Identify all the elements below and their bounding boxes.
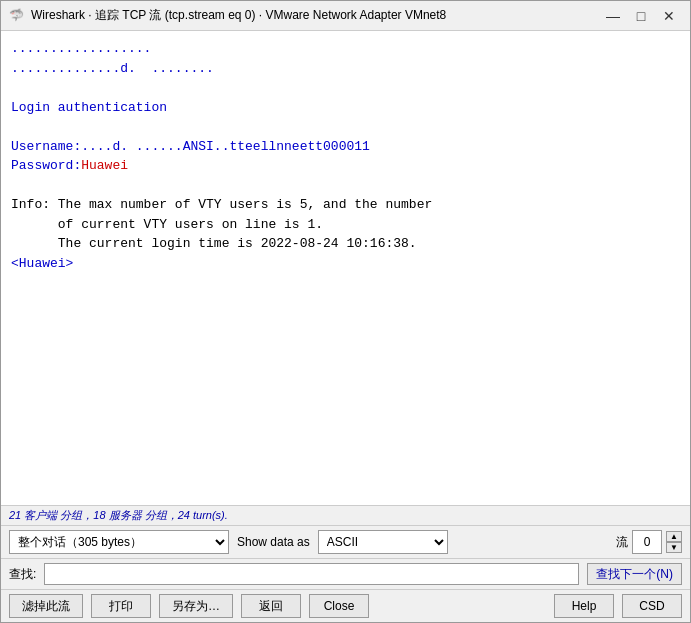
app-icon: 🦈	[9, 8, 25, 24]
csd-button[interactable]: CSD	[622, 594, 682, 618]
packet-line-1: ..................	[11, 39, 680, 59]
title-bar-text: Wireshark · 追踪 TCP 流 (tcp.stream eq 0) ·…	[31, 7, 600, 24]
packet-line-5	[11, 117, 680, 137]
stream-input[interactable]	[632, 530, 662, 554]
maximize-button[interactable]: □	[628, 6, 654, 26]
info-line-2: of current VTY users on line is 1.	[11, 215, 680, 235]
packet-line-2: ..............d. ........	[11, 59, 680, 79]
find-next-button[interactable]: 查找下一个(N)	[587, 563, 682, 585]
back-button[interactable]: 返回	[241, 594, 301, 618]
help-button[interactable]: Help	[554, 594, 614, 618]
login-auth-line: Login authentication	[11, 98, 680, 118]
search-input[interactable]	[44, 563, 579, 585]
close-window-button[interactable]: ✕	[656, 6, 682, 26]
print-button[interactable]: 打印	[91, 594, 151, 618]
controls-row1: 整个对话（305 bytes） Show data as ASCII HEX E…	[1, 526, 690, 559]
conversation-dropdown[interactable]: 整个对话（305 bytes）	[9, 530, 229, 554]
minimize-button[interactable]: —	[600, 6, 626, 26]
stream-up-button[interactable]: ▲	[666, 531, 682, 542]
save-as-button[interactable]: 另存为…	[159, 594, 233, 618]
huawei-prompt-line: <Huawei>	[11, 254, 680, 274]
close-button[interactable]: Close	[309, 594, 369, 618]
status-text: 21 客户端 分组，18 服务器 分组，24 turn(s).	[9, 509, 228, 521]
status-bar: 21 客户端 分组，18 服务器 分组，24 turn(s).	[1, 506, 690, 526]
packet-line-3	[11, 78, 680, 98]
title-bar: 🦈 Wireshark · 追踪 TCP 流 (tcp.stream eq 0)…	[1, 1, 690, 31]
filter-button[interactable]: 滤掉此流	[9, 594, 83, 618]
controls-row3: 滤掉此流 打印 另存为… 返回 Close Help CSD	[1, 590, 690, 622]
packet-line-8	[11, 176, 680, 196]
show-data-dropdown[interactable]: ASCII HEX EBCDIC C Arrays Raw	[318, 530, 448, 554]
password-line: Password:Huawei	[11, 156, 680, 176]
controls-row2: 查找: 查找下一个(N)	[1, 559, 690, 590]
main-window: 🦈 Wireshark · 追踪 TCP 流 (tcp.stream eq 0)…	[0, 0, 691, 623]
username-line: Username:....d. ......ANSI..tteellnneett…	[11, 137, 680, 157]
info-line-3: The current login time is 2022-08-24 10:…	[11, 234, 680, 254]
packet-display: .................. ..............d. ....…	[1, 31, 690, 506]
stream-control: 流 ▲ ▼	[616, 530, 682, 554]
show-data-label: Show data as	[237, 535, 310, 549]
stream-label: 流	[616, 534, 628, 551]
title-bar-controls: — □ ✕	[600, 6, 682, 26]
info-line-1: Info: The max number of VTY users is 5, …	[11, 195, 680, 215]
stream-down-button[interactable]: ▼	[666, 542, 682, 553]
stream-spinner-buttons: ▲ ▼	[666, 531, 682, 553]
search-label: 查找:	[9, 566, 36, 583]
